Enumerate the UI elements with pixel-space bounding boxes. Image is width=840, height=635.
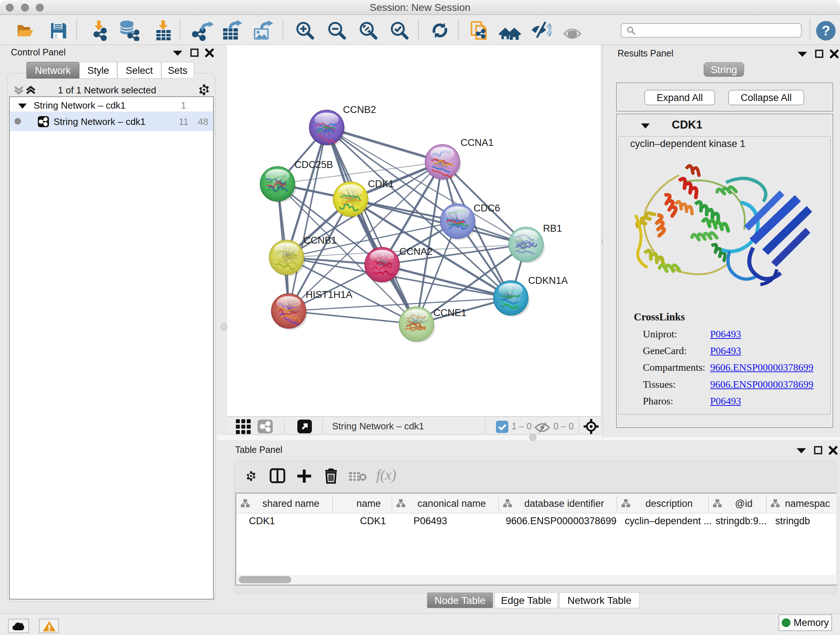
svg-text:CCNA2: CCNA2 xyxy=(399,246,433,257)
svg-text:HIST1H1A: HIST1H1A xyxy=(306,289,352,300)
svg-text:CDC25B: CDC25B xyxy=(294,159,333,170)
svg-text:CDKN1A: CDKN1A xyxy=(528,275,568,286)
svg-text:CDK1: CDK1 xyxy=(368,179,394,189)
svg-text:?: ? xyxy=(821,23,830,38)
svg-text:CCNB2: CCNB2 xyxy=(343,104,376,115)
svg-text:CDC6: CDC6 xyxy=(474,203,500,214)
svg-text:CCNA1: CCNA1 xyxy=(461,137,494,148)
svg-text:CCNB1: CCNB1 xyxy=(303,235,337,246)
svg-text:CCNE1: CCNE1 xyxy=(433,307,467,318)
svg-text:RB1: RB1 xyxy=(543,223,562,234)
